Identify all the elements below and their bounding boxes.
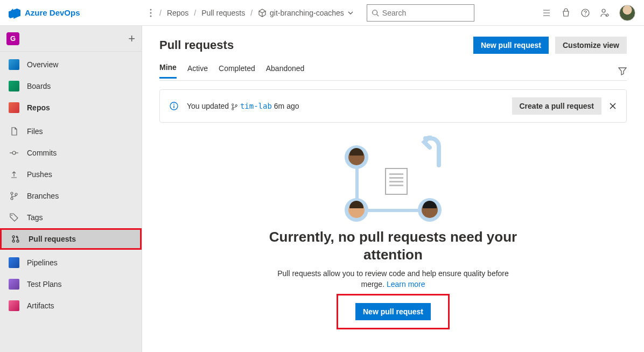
svg-point-0 <box>150 9 152 10</box>
pipelines-icon <box>9 257 19 268</box>
sidebar-item-pushes[interactable]: Pushes <box>0 164 142 185</box>
learn-more-link[interactable]: Learn more <box>387 280 425 288</box>
svg-point-3 <box>373 10 377 15</box>
sidebar-item-label: Artifacts <box>27 301 54 310</box>
repos-icon <box>9 102 19 113</box>
breadcrumb-pullrequests[interactable]: Pull requests <box>201 9 245 17</box>
sidebar-item-label: Pushes <box>27 170 52 179</box>
sidebar-item-label: Repos <box>27 103 50 112</box>
svg-point-17 <box>12 240 15 242</box>
sidebar-item-label: Pull requests <box>29 235 76 243</box>
add-icon[interactable]: + <box>128 32 135 46</box>
breadcrumb-separator: / <box>194 9 196 17</box>
breadcrumb-separator: / <box>159 9 162 17</box>
sidebar-item-label: Tags <box>27 213 43 222</box>
repo-selector-label: git-branching-coaches <box>270 9 344 17</box>
project-badge[interactable]: G <box>6 32 19 45</box>
empty-body: Pull requests allow you to review code a… <box>269 269 517 290</box>
notice-prefix: You updated <box>187 102 231 110</box>
empty-illustration <box>339 136 447 222</box>
main-content: Pull requests New pull request Customize… <box>142 26 644 352</box>
new-pull-request-cta-button[interactable]: New pull request <box>355 303 431 320</box>
top-actions <box>542 5 635 21</box>
sidebar-item-repos[interactable]: Repos <box>0 97 142 118</box>
repo-selector[interactable]: git-branching-coaches <box>258 9 354 17</box>
repo-icon <box>258 9 267 17</box>
nav: Overview Boards Repos <box>0 52 142 118</box>
nav-bottom: Pipelines Test Plans Artifacts <box>0 250 142 316</box>
list-icon[interactable] <box>542 8 551 18</box>
pullrequests-icon <box>10 234 21 244</box>
svg-point-1 <box>150 12 152 13</box>
avatar[interactable] <box>619 5 635 21</box>
new-pull-request-button[interactable]: New pull request <box>473 37 549 54</box>
sidebar-item-label: Branches <box>27 192 59 200</box>
sidebar-item-label: Commits <box>27 149 57 157</box>
boards-icon <box>9 81 19 91</box>
search-icon <box>372 9 379 17</box>
sidebar-item-pipelines[interactable]: Pipelines <box>0 252 142 273</box>
svg-point-9 <box>12 151 16 154</box>
more-menu-icon[interactable] <box>146 9 155 17</box>
svg-point-15 <box>11 215 12 216</box>
nav-repos-sub: Files Commits Pushes Branches Tags Pull … <box>0 118 142 250</box>
sidebar-item-testplans[interactable]: Test Plans <box>0 273 142 295</box>
tab-active[interactable]: Active <box>187 64 208 78</box>
search-input[interactable] <box>367 4 474 22</box>
svg-point-8 <box>606 14 608 16</box>
sidebar-item-overview[interactable]: Overview <box>0 54 142 75</box>
sidebar-item-pullrequests[interactable]: Pull requests <box>0 228 142 250</box>
tab-abandoned[interactable]: Abandoned <box>266 64 305 78</box>
sidebar-item-commits[interactable]: Commits <box>0 142 142 164</box>
close-icon[interactable] <box>609 102 617 110</box>
update-notice: You updated tim-lab 6m ago Create a pull… <box>159 89 627 123</box>
empty-cta-highlight: New pull request <box>337 294 450 329</box>
notice-text: You updated tim-lab 6m ago <box>187 102 299 110</box>
branch-icon <box>231 103 238 110</box>
svg-point-22 <box>232 104 234 105</box>
commits-icon <box>9 147 19 158</box>
sidebar-item-tags[interactable]: Tags <box>0 207 142 228</box>
help-icon[interactable] <box>580 8 590 18</box>
sidebar-item-files[interactable]: Files <box>0 121 142 142</box>
customize-view-button[interactable]: Customize view <box>555 37 627 54</box>
tab-mine[interactable]: Mine <box>159 63 177 79</box>
sidebar-item-label: Overview <box>27 60 58 69</box>
svg-point-2 <box>150 15 152 17</box>
create-pull-request-button[interactable]: Create a pull request <box>512 97 602 115</box>
sidebar-item-artifacts[interactable]: Artifacts <box>0 295 142 316</box>
empty-state: Currently, no pull requests need your at… <box>159 136 627 329</box>
notice-time: 6m ago <box>274 102 299 110</box>
svg-point-13 <box>11 198 13 200</box>
search-field[interactable] <box>382 9 470 17</box>
sidebar-item-boards[interactable]: Boards <box>0 75 142 97</box>
svg-point-23 <box>232 108 234 110</box>
svg-point-24 <box>235 104 237 106</box>
filter-icon[interactable] <box>618 67 627 75</box>
notice-actions: Create a pull request <box>512 97 617 115</box>
marketplace-icon[interactable] <box>561 8 571 18</box>
info-icon <box>170 102 178 110</box>
chevron-down-icon <box>347 10 354 16</box>
sidebar-item-branches[interactable]: Branches <box>0 185 142 207</box>
sidebar-item-label: Test Plans <box>27 280 62 288</box>
breadcrumb-repos[interactable]: Repos <box>167 9 188 17</box>
topbar: Azure DevOps / Repos / Pull requests / g… <box>0 0 644 26</box>
notice-branch-link[interactable]: tim-lab <box>240 102 272 110</box>
head-actions: New pull request Customize view <box>473 37 627 54</box>
sidebar-item-label: Boards <box>27 82 51 90</box>
tab-completed[interactable]: Completed <box>219 64 255 78</box>
branches-icon <box>9 191 19 201</box>
svg-point-18 <box>17 240 19 242</box>
brand-area[interactable]: Azure DevOps <box>9 7 142 19</box>
breadcrumb: / Repos / Pull requests / git-branching-… <box>159 9 354 17</box>
svg-point-16 <box>12 236 15 238</box>
page-head: Pull requests New pull request Customize… <box>159 37 627 54</box>
page-title: Pull requests <box>159 38 234 52</box>
tags-icon <box>9 212 19 223</box>
artifacts-icon <box>9 300 19 311</box>
svg-line-4 <box>376 14 379 16</box>
azure-devops-logo-icon <box>9 7 20 19</box>
project-row: G + <box>0 26 142 52</box>
user-settings-icon[interactable] <box>600 8 610 18</box>
